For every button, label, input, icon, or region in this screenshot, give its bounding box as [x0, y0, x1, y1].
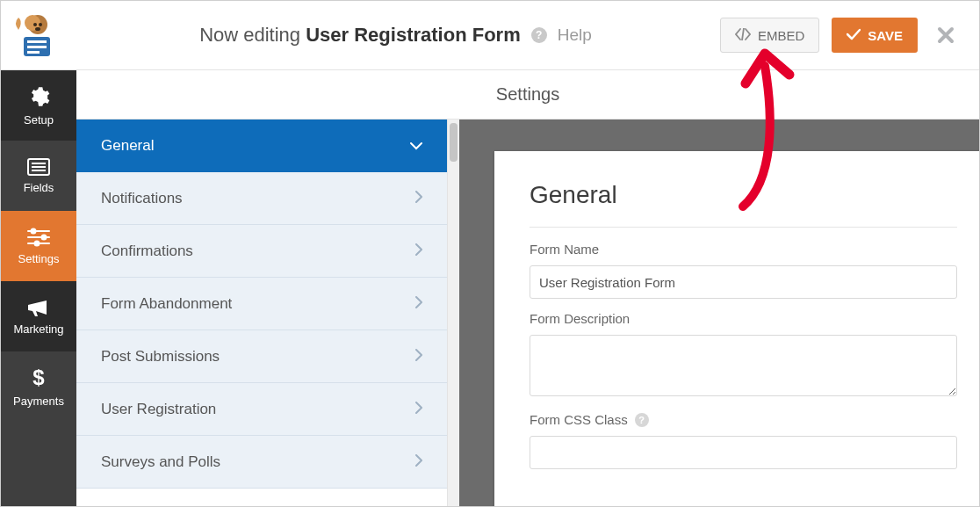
editing-form-title: User Registration Form	[306, 24, 521, 46]
svg-point-4	[35, 27, 40, 31]
nav-settings[interactable]: Settings	[1, 211, 76, 281]
form-name-label: Form Name	[530, 242, 957, 257]
chevron-right-icon	[415, 190, 422, 207]
settings-item-label: Notifications	[101, 190, 183, 207]
form-description-label: Form Description	[530, 311, 957, 326]
embed-button-label: EMBED	[758, 28, 804, 43]
nav-label: Fields	[24, 181, 54, 194]
sliders-icon	[26, 228, 51, 247]
svg-rect-7	[27, 46, 47, 48]
svg-rect-6	[27, 40, 47, 43]
settings-item-label: Surveys and Polls	[101, 453, 220, 471]
save-button[interactable]: SAVE	[832, 18, 918, 53]
list-icon	[27, 158, 50, 176]
top-bar: Now editing User Registration Form ? Hel…	[1, 1, 979, 70]
settings-item-surveys-polls[interactable]: Surveys and Polls	[76, 436, 447, 489]
settings-list-scrollbar[interactable]	[447, 120, 459, 506]
nav-marketing[interactable]: Marketing	[1, 281, 76, 351]
settings-item-confirmations[interactable]: Confirmations	[76, 225, 447, 278]
nav-label: Marketing	[13, 322, 63, 336]
svg-point-16	[42, 235, 47, 239]
chevron-right-icon	[415, 243, 422, 260]
settings-item-notifications[interactable]: Notifications	[76, 172, 447, 225]
settings-item-label: General	[101, 137, 154, 155]
settings-item-label: User Registration	[101, 401, 216, 418]
settings-item-label: Post Submissions	[101, 348, 220, 366]
settings-item-label: Confirmations	[101, 243, 193, 260]
check-icon	[847, 28, 861, 43]
scrollbar-thumb[interactable]	[450, 123, 458, 162]
general-settings-card: General Form Name Form Description Form …	[494, 151, 979, 506]
chevron-right-icon	[415, 348, 422, 366]
settings-item-user-registration[interactable]: User Registration	[76, 383, 447, 436]
svg-text:$: $	[32, 366, 45, 389]
nav-label: Payments	[13, 395, 64, 408]
nav-fields[interactable]: Fields	[1, 141, 76, 211]
megaphone-icon	[26, 298, 51, 317]
chevron-right-icon	[415, 401, 422, 418]
general-title: General	[530, 181, 957, 209]
chevron-right-icon	[415, 453, 422, 471]
settings-preview-area: General Form Name Form Description Form …	[459, 120, 979, 506]
svg-point-2	[33, 23, 37, 26]
nav-label: Settings	[18, 252, 60, 265]
wpforms-logo	[1, 1, 71, 70]
settings-item-label: Form Abandonment	[101, 295, 232, 313]
builder-nav: Setup Fields Settings Marketing	[1, 70, 76, 506]
save-button-label: SAVE	[868, 28, 903, 43]
form-description-input[interactable]	[530, 335, 957, 396]
gear-icon	[27, 85, 50, 108]
settings-header: Settings	[76, 70, 979, 120]
chevron-down-icon	[410, 137, 422, 155]
close-icon	[937, 26, 955, 44]
svg-point-18	[35, 241, 40, 245]
nav-payments[interactable]: $ Payments	[1, 351, 76, 422]
settings-item-form-abandonment[interactable]: Form Abandonment	[76, 278, 447, 330]
divider	[530, 227, 957, 228]
nav-setup[interactable]: Setup	[1, 70, 76, 141]
form-name-input[interactable]	[530, 265, 957, 299]
form-css-class-input[interactable]	[530, 436, 957, 469]
svg-point-3	[39, 23, 42, 26]
svg-point-14	[32, 228, 36, 233]
help-icon[interactable]: ?	[531, 27, 547, 43]
close-button[interactable]	[930, 26, 962, 44]
help-icon[interactable]: ?	[635, 413, 649, 427]
settings-item-general[interactable]: General	[76, 120, 447, 172]
settings-list: General Notifications Confirmations	[76, 120, 459, 506]
chevron-right-icon	[415, 295, 422, 313]
settings-item-post-submissions[interactable]: Post Submissions	[76, 330, 447, 383]
help-link[interactable]: Help	[558, 25, 592, 45]
embed-button[interactable]: EMBED	[720, 18, 819, 53]
dollar-icon: $	[31, 366, 47, 389]
now-editing-text: Now editing User Registration Form	[199, 24, 521, 47]
code-icon	[735, 28, 751, 43]
svg-rect-8	[27, 51, 40, 54]
form-css-class-label: Form CSS Class ?	[530, 412, 957, 427]
nav-label: Setup	[24, 113, 54, 127]
